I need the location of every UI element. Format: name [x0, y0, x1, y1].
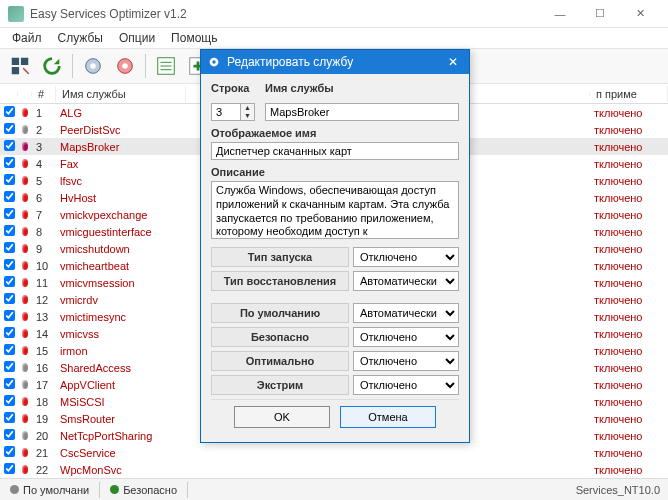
status-dot-icon	[18, 108, 32, 117]
default-select[interactable]: Автоматически	[353, 303, 459, 323]
service-name: AppVClient	[56, 379, 186, 391]
row-checkbox[interactable]	[4, 378, 15, 389]
row-number: 13	[32, 311, 56, 323]
description-label: Описание	[211, 166, 459, 178]
list-button[interactable]	[152, 52, 180, 80]
status-dot-icon	[18, 380, 32, 389]
dialog-close-icon[interactable]: ✕	[443, 55, 463, 69]
svg-point-1	[90, 63, 96, 69]
refresh-button[interactable]	[38, 52, 66, 80]
status-tab-default[interactable]: По умолчани	[0, 482, 100, 498]
status-tab-safe[interactable]: Безопасно	[100, 482, 188, 498]
row-checkbox[interactable]	[4, 191, 15, 202]
menu-services[interactable]: Службы	[50, 29, 111, 47]
row-checkbox[interactable]	[4, 361, 15, 372]
service-status: тключено	[590, 175, 668, 187]
gear-red-button[interactable]	[111, 52, 139, 80]
ok-button[interactable]: OK	[234, 406, 330, 428]
row-number-field[interactable]	[211, 103, 241, 121]
service-status: тключено	[590, 294, 668, 306]
menu-help[interactable]: Помощь	[163, 29, 225, 47]
row-checkbox[interactable]	[4, 293, 15, 304]
gear-blue-button[interactable]	[79, 52, 107, 80]
status-dot-icon	[18, 210, 32, 219]
col-name[interactable]: Имя службы	[56, 86, 186, 102]
row-checkbox[interactable]	[4, 259, 15, 270]
service-status: тключено	[590, 158, 668, 170]
row-label: Строка	[211, 82, 257, 94]
display-name-field[interactable]	[211, 142, 459, 160]
row-checkbox[interactable]	[4, 174, 15, 185]
recovery-type-select[interactable]: Автоматически	[353, 271, 459, 291]
spin-down-icon[interactable]: ▼	[241, 112, 254, 120]
status-dot-icon	[18, 346, 32, 355]
row-number: 7	[32, 209, 56, 221]
row-checkbox[interactable]	[4, 276, 15, 287]
startup-type-label: Тип запуска	[211, 247, 349, 267]
safe-select[interactable]: Отключено	[353, 327, 459, 347]
toolbar-separator	[72, 54, 73, 78]
gear-icon	[207, 55, 221, 69]
row-number: 17	[32, 379, 56, 391]
row-checkbox[interactable]	[4, 429, 15, 440]
service-name: MapsBroker	[56, 141, 186, 153]
service-status: тключено	[590, 362, 668, 374]
service-name: lfsvc	[56, 175, 186, 187]
row-number: 15	[32, 345, 56, 357]
optimal-select[interactable]: Отключено	[353, 351, 459, 371]
service-status: тключено	[590, 311, 668, 323]
open-services-button[interactable]	[6, 52, 34, 80]
status-dot-icon	[18, 261, 32, 270]
row-number: 6	[32, 192, 56, 204]
service-name: SmsRouter	[56, 413, 186, 425]
row-checkbox[interactable]	[4, 463, 15, 474]
table-row[interactable]: 21CscServiceтключено	[0, 444, 668, 461]
spin-up-icon[interactable]: ▲	[241, 104, 254, 112]
service-name: irmon	[56, 345, 186, 357]
row-number: 3	[32, 141, 56, 153]
toolbar-separator	[145, 54, 146, 78]
col-num[interactable]: #	[32, 86, 56, 102]
row-number-input[interactable]: ▲▼	[211, 103, 257, 121]
service-name-field[interactable]	[265, 103, 459, 121]
col-startup[interactable]: п приме	[590, 86, 668, 102]
status-dot-icon	[18, 193, 32, 202]
row-checkbox[interactable]	[4, 123, 15, 134]
window-title: Easy Services Optimizer v1.2	[30, 7, 540, 21]
service-name: vmicshutdown	[56, 243, 186, 255]
row-checkbox[interactable]	[4, 140, 15, 151]
service-name: vmictimesync	[56, 311, 186, 323]
row-number: 12	[32, 294, 56, 306]
row-checkbox[interactable]	[4, 310, 15, 321]
row-checkbox[interactable]	[4, 225, 15, 236]
dialog-header[interactable]: Редактировать службу ✕	[201, 50, 469, 74]
service-status: тключено	[590, 243, 668, 255]
menu-options[interactable]: Опции	[111, 29, 163, 47]
table-row[interactable]: 22WpcMonSvcтключено	[0, 461, 668, 478]
row-checkbox[interactable]	[4, 412, 15, 423]
status-dot-icon	[18, 244, 32, 253]
menu-file[interactable]: Файл	[4, 29, 50, 47]
maximize-button[interactable]: ☐	[580, 0, 620, 28]
service-status: тключено	[590, 396, 668, 408]
row-checkbox[interactable]	[4, 157, 15, 168]
row-checkbox[interactable]	[4, 106, 15, 117]
service-status: тключено	[590, 328, 668, 340]
row-checkbox[interactable]	[4, 395, 15, 406]
row-checkbox[interactable]	[4, 242, 15, 253]
cancel-button[interactable]: Отмена	[340, 406, 436, 428]
minimize-button[interactable]: —	[540, 0, 580, 28]
service-name: vmickvpexchange	[56, 209, 186, 221]
row-checkbox[interactable]	[4, 327, 15, 338]
row-checkbox[interactable]	[4, 344, 15, 355]
service-name: vmicvmsession	[56, 277, 186, 289]
description-field[interactable]: Служба Windows, обеспечивающая доступ пр…	[211, 181, 459, 239]
startup-type-select[interactable]: Отключено	[353, 247, 459, 267]
service-name: vmicheartbeat	[56, 260, 186, 272]
row-checkbox[interactable]	[4, 446, 15, 457]
extreme-select[interactable]: Отключено	[353, 375, 459, 395]
service-name: vmicrdv	[56, 294, 186, 306]
close-button[interactable]: ✕	[620, 0, 660, 28]
row-checkbox[interactable]	[4, 208, 15, 219]
edit-service-dialog: Редактировать службу ✕ Строка Имя службы…	[200, 49, 470, 443]
